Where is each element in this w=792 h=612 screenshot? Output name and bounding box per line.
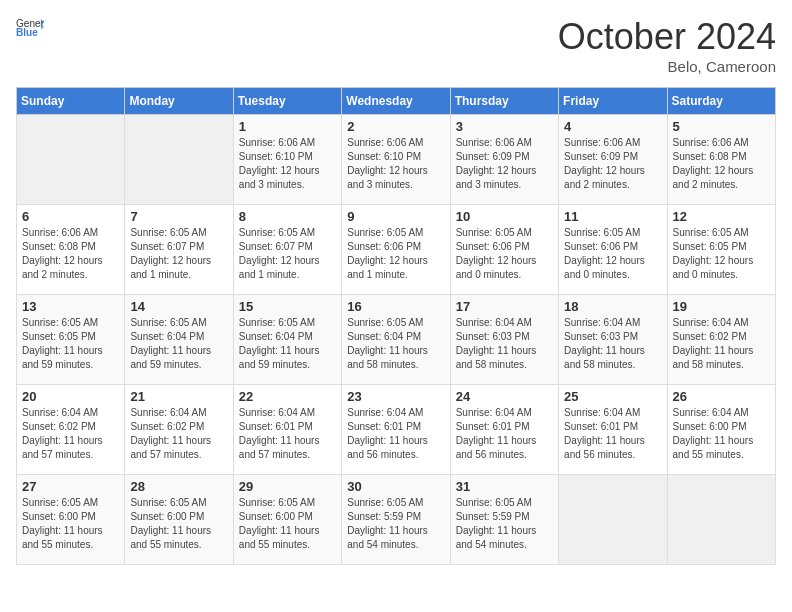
weekday-header-sunday: Sunday [17,88,125,115]
day-cell: 9Sunrise: 6:05 AM Sunset: 6:06 PM Daylig… [342,205,450,295]
day-number: 24 [456,389,553,404]
day-cell: 21Sunrise: 6:04 AM Sunset: 6:02 PM Dayli… [125,385,233,475]
day-cell: 3Sunrise: 6:06 AM Sunset: 6:09 PM Daylig… [450,115,558,205]
weekday-header-saturday: Saturday [667,88,775,115]
svg-text:Blue: Blue [16,27,38,38]
day-number: 1 [239,119,336,134]
day-cell: 2Sunrise: 6:06 AM Sunset: 6:10 PM Daylig… [342,115,450,205]
day-number: 8 [239,209,336,224]
day-cell: 5Sunrise: 6:06 AM Sunset: 6:08 PM Daylig… [667,115,775,205]
location: Belo, Cameroon [558,58,776,75]
day-info: Sunrise: 6:05 AM Sunset: 6:06 PM Dayligh… [564,226,661,282]
day-number: 7 [130,209,227,224]
weekday-header-row: SundayMondayTuesdayWednesdayThursdayFrid… [17,88,776,115]
day-cell: 29Sunrise: 6:05 AM Sunset: 6:00 PM Dayli… [233,475,341,565]
day-number: 2 [347,119,444,134]
day-info: Sunrise: 6:05 AM Sunset: 5:59 PM Dayligh… [347,496,444,552]
day-info: Sunrise: 6:05 AM Sunset: 6:05 PM Dayligh… [673,226,770,282]
day-number: 4 [564,119,661,134]
day-cell: 28Sunrise: 6:05 AM Sunset: 6:00 PM Dayli… [125,475,233,565]
day-info: Sunrise: 6:05 AM Sunset: 6:06 PM Dayligh… [456,226,553,282]
day-cell: 26Sunrise: 6:04 AM Sunset: 6:00 PM Dayli… [667,385,775,475]
day-cell: 19Sunrise: 6:04 AM Sunset: 6:02 PM Dayli… [667,295,775,385]
day-number: 11 [564,209,661,224]
day-cell: 25Sunrise: 6:04 AM Sunset: 6:01 PM Dayli… [559,385,667,475]
day-info: Sunrise: 6:05 AM Sunset: 6:07 PM Dayligh… [130,226,227,282]
day-info: Sunrise: 6:04 AM Sunset: 6:02 PM Dayligh… [130,406,227,462]
day-cell: 10Sunrise: 6:05 AM Sunset: 6:06 PM Dayli… [450,205,558,295]
day-info: Sunrise: 6:05 AM Sunset: 6:04 PM Dayligh… [130,316,227,372]
day-cell: 17Sunrise: 6:04 AM Sunset: 6:03 PM Dayli… [450,295,558,385]
day-cell: 30Sunrise: 6:05 AM Sunset: 5:59 PM Dayli… [342,475,450,565]
logo-icon: General Blue [16,16,44,38]
week-row-1: 1Sunrise: 6:06 AM Sunset: 6:10 PM Daylig… [17,115,776,205]
day-info: Sunrise: 6:04 AM Sunset: 6:01 PM Dayligh… [456,406,553,462]
day-number: 14 [130,299,227,314]
day-info: Sunrise: 6:06 AM Sunset: 6:10 PM Dayligh… [239,136,336,192]
day-number: 6 [22,209,119,224]
weekday-header-friday: Friday [559,88,667,115]
title-block: October 2024 Belo, Cameroon [558,16,776,75]
day-cell [125,115,233,205]
day-info: Sunrise: 6:06 AM Sunset: 6:09 PM Dayligh… [564,136,661,192]
day-cell: 15Sunrise: 6:05 AM Sunset: 6:04 PM Dayli… [233,295,341,385]
day-cell: 12Sunrise: 6:05 AM Sunset: 6:05 PM Dayli… [667,205,775,295]
day-number: 26 [673,389,770,404]
day-cell: 23Sunrise: 6:04 AM Sunset: 6:01 PM Dayli… [342,385,450,475]
day-info: Sunrise: 6:05 AM Sunset: 6:07 PM Dayligh… [239,226,336,282]
day-info: Sunrise: 6:04 AM Sunset: 6:01 PM Dayligh… [564,406,661,462]
day-number: 3 [456,119,553,134]
day-cell: 7Sunrise: 6:05 AM Sunset: 6:07 PM Daylig… [125,205,233,295]
day-number: 30 [347,479,444,494]
day-info: Sunrise: 6:04 AM Sunset: 6:03 PM Dayligh… [564,316,661,372]
week-row-5: 27Sunrise: 6:05 AM Sunset: 6:00 PM Dayli… [17,475,776,565]
logo: General Blue [16,16,44,38]
day-info: Sunrise: 6:04 AM Sunset: 6:01 PM Dayligh… [239,406,336,462]
page-header: General Blue October 2024 Belo, Cameroon [16,16,776,75]
day-cell: 18Sunrise: 6:04 AM Sunset: 6:03 PM Dayli… [559,295,667,385]
day-number: 21 [130,389,227,404]
day-cell: 13Sunrise: 6:05 AM Sunset: 6:05 PM Dayli… [17,295,125,385]
day-cell: 22Sunrise: 6:04 AM Sunset: 6:01 PM Dayli… [233,385,341,475]
day-cell [17,115,125,205]
day-info: Sunrise: 6:04 AM Sunset: 6:03 PM Dayligh… [456,316,553,372]
day-number: 16 [347,299,444,314]
day-number: 25 [564,389,661,404]
day-info: Sunrise: 6:05 AM Sunset: 6:04 PM Dayligh… [239,316,336,372]
week-row-3: 13Sunrise: 6:05 AM Sunset: 6:05 PM Dayli… [17,295,776,385]
weekday-header-wednesday: Wednesday [342,88,450,115]
day-number: 20 [22,389,119,404]
weekday-header-tuesday: Tuesday [233,88,341,115]
day-cell: 24Sunrise: 6:04 AM Sunset: 6:01 PM Dayli… [450,385,558,475]
day-number: 15 [239,299,336,314]
day-cell: 31Sunrise: 6:05 AM Sunset: 5:59 PM Dayli… [450,475,558,565]
day-number: 29 [239,479,336,494]
day-info: Sunrise: 6:04 AM Sunset: 6:02 PM Dayligh… [673,316,770,372]
week-row-4: 20Sunrise: 6:04 AM Sunset: 6:02 PM Dayli… [17,385,776,475]
day-info: Sunrise: 6:04 AM Sunset: 6:00 PM Dayligh… [673,406,770,462]
day-number: 19 [673,299,770,314]
day-cell [559,475,667,565]
day-info: Sunrise: 6:05 AM Sunset: 5:59 PM Dayligh… [456,496,553,552]
day-number: 12 [673,209,770,224]
month-title: October 2024 [558,16,776,58]
day-number: 9 [347,209,444,224]
day-cell: 8Sunrise: 6:05 AM Sunset: 6:07 PM Daylig… [233,205,341,295]
day-info: Sunrise: 6:05 AM Sunset: 6:00 PM Dayligh… [239,496,336,552]
day-number: 22 [239,389,336,404]
calendar-table: SundayMondayTuesdayWednesdayThursdayFrid… [16,87,776,565]
day-cell: 11Sunrise: 6:05 AM Sunset: 6:06 PM Dayli… [559,205,667,295]
day-info: Sunrise: 6:06 AM Sunset: 6:09 PM Dayligh… [456,136,553,192]
day-number: 10 [456,209,553,224]
day-number: 23 [347,389,444,404]
day-info: Sunrise: 6:04 AM Sunset: 6:01 PM Dayligh… [347,406,444,462]
day-info: Sunrise: 6:05 AM Sunset: 6:06 PM Dayligh… [347,226,444,282]
day-cell: 1Sunrise: 6:06 AM Sunset: 6:10 PM Daylig… [233,115,341,205]
day-info: Sunrise: 6:06 AM Sunset: 6:08 PM Dayligh… [673,136,770,192]
day-cell: 4Sunrise: 6:06 AM Sunset: 6:09 PM Daylig… [559,115,667,205]
day-info: Sunrise: 6:04 AM Sunset: 6:02 PM Dayligh… [22,406,119,462]
day-number: 13 [22,299,119,314]
day-number: 31 [456,479,553,494]
week-row-2: 6Sunrise: 6:06 AM Sunset: 6:08 PM Daylig… [17,205,776,295]
day-info: Sunrise: 6:05 AM Sunset: 6:05 PM Dayligh… [22,316,119,372]
